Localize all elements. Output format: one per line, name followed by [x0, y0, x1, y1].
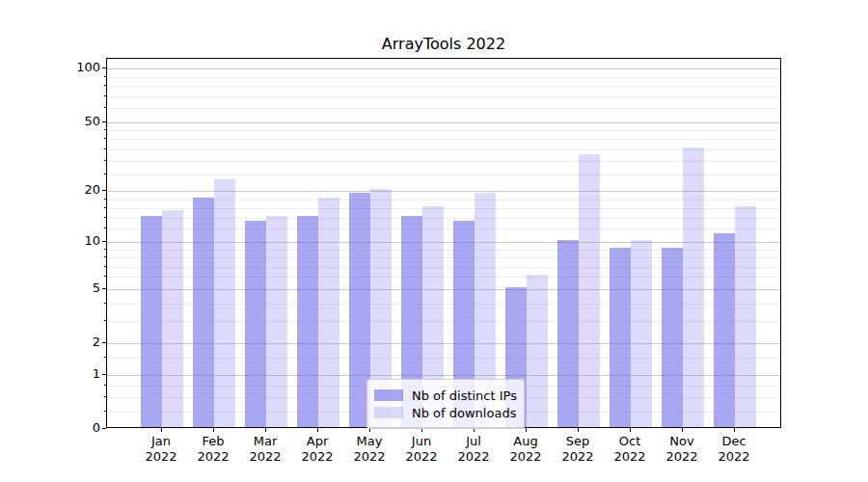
bar-downloads-sep: [579, 154, 600, 427]
x-tick-mark: [578, 428, 579, 432]
y-minor-tick-mark: [104, 76, 106, 77]
x-tick-year: 2022: [239, 449, 291, 465]
x-tick-year: 2022: [187, 449, 239, 465]
x-tick-year: 2022: [552, 449, 604, 465]
bar-ips-feb: [193, 198, 214, 428]
x-tick-label-aug: Aug2022: [500, 434, 552, 465]
y-minor-tick-mark: [104, 95, 106, 96]
x-tick-mark: [213, 428, 214, 432]
x-tick-label-may: May2022: [343, 434, 395, 465]
y-minor-tick-mark: [104, 85, 106, 86]
minor-gridline: [107, 149, 780, 150]
bar-ips-oct: [610, 248, 631, 428]
x-tick-mark: [630, 428, 631, 432]
legend-label: Nb of downloads: [412, 406, 516, 420]
bar-ips-jan: [141, 216, 162, 427]
bar-chart-figure: ArrayTools 2022 Nb of distinct IPsNb of …: [0, 0, 868, 482]
x-tick-mark: [526, 428, 527, 432]
x-tick-mark: [161, 428, 162, 432]
y-tick-mark: [102, 241, 106, 242]
x-tick-year: 2022: [656, 449, 708, 465]
y-tick-label: 0: [0, 420, 100, 436]
x-tick-year: 2022: [343, 449, 395, 465]
y-minor-tick-mark: [104, 303, 106, 304]
major-gridline: [107, 122, 780, 123]
minor-gridline: [107, 130, 780, 131]
x-tick-label-jan: Jan2022: [135, 434, 187, 465]
y-minor-tick-mark: [104, 199, 106, 200]
x-tick-month: Jan: [135, 434, 187, 449]
legend-swatch: [374, 407, 403, 418]
bar-ips-dec: [714, 233, 735, 427]
x-tick-month: Apr: [291, 434, 343, 449]
x-tick-label-feb: Feb2022: [187, 434, 239, 465]
x-tick-label-sep: Sep2022: [552, 434, 604, 465]
bar-downloads-feb: [214, 179, 235, 427]
legend-label: Nb of distinct IPs: [412, 388, 517, 403]
y-tick-mark: [102, 428, 106, 429]
y-tick-label: 10: [0, 233, 100, 249]
x-tick-month: Mar: [239, 434, 291, 449]
major-gridline: [107, 191, 780, 192]
y-tick-label: 5: [0, 281, 100, 296]
minor-gridline: [107, 139, 780, 140]
x-tick-month: Jun: [395, 434, 448, 449]
bar-downloads-jan: [162, 210, 183, 427]
x-tick-month: Feb: [187, 434, 239, 449]
minor-gridline: [107, 174, 780, 175]
bar-downloads-nov: [683, 147, 704, 427]
bar-ips-sep: [557, 240, 579, 427]
bar-downloads-apr: [318, 198, 339, 428]
bar-ips-mar: [245, 221, 266, 427]
legend-item: Nb of distinct IPs: [374, 388, 518, 403]
legend: Nb of distinct IPsNb of downloads: [366, 379, 525, 429]
x-tick-label-mar: Mar2022: [239, 434, 291, 465]
x-tick-label-jul: Jul2022: [448, 434, 500, 465]
minor-gridline: [107, 86, 780, 87]
y-minor-tick-mark: [104, 107, 106, 108]
y-minor-tick-mark: [104, 217, 106, 218]
x-tick-year: 2022: [291, 449, 343, 465]
plot-area: Nb of distinct IPsNb of downloads: [106, 58, 781, 428]
y-tick-label: 100: [0, 60, 100, 75]
x-tick-month: May: [343, 434, 395, 449]
y-minor-tick-mark: [104, 228, 106, 228]
x-tick-year: 2022: [135, 449, 187, 465]
y-minor-tick-mark: [104, 148, 106, 149]
chart-title: ArrayTools 2022: [106, 35, 781, 53]
x-tick-year: 2022: [500, 449, 552, 465]
y-minor-tick-mark: [104, 320, 106, 321]
x-tick-month: Jul: [448, 434, 500, 449]
y-minor-tick-mark: [104, 385, 106, 386]
legend-swatch: [374, 389, 403, 401]
y-tick-mark: [102, 288, 106, 289]
x-tick-year: 2022: [708, 449, 760, 465]
y-minor-tick-mark: [104, 207, 106, 208]
x-tick-year: 2022: [395, 449, 448, 465]
y-tick-mark: [102, 374, 106, 375]
x-tick-mark: [734, 428, 735, 432]
bar-ips-apr: [297, 216, 318, 427]
bar-downloads-dec: [735, 206, 756, 428]
y-minor-tick-mark: [104, 276, 106, 277]
y-tick-label: 50: [0, 114, 100, 129]
minor-gridline: [107, 96, 780, 97]
y-tick-label: 1: [0, 366, 100, 382]
bar-downloads-oct: [631, 240, 652, 427]
x-tick-month: Dec: [708, 434, 760, 449]
major-gridline: [107, 68, 780, 69]
legend-item: Nb of downloads: [374, 405, 518, 420]
bar-downloads-aug: [527, 275, 548, 427]
y-tick-mark: [102, 190, 106, 191]
y-minor-tick-mark: [104, 256, 106, 257]
x-tick-label-oct: Oct2022: [604, 434, 656, 465]
y-tick-label: 20: [0, 182, 100, 198]
bar-ips-nov: [662, 248, 683, 428]
x-tick-month: Oct: [604, 434, 656, 449]
x-tick-year: 2022: [448, 449, 500, 465]
x-tick-mark: [317, 428, 318, 432]
x-tick-month: Nov: [656, 434, 708, 449]
y-tick-mark: [102, 67, 106, 68]
y-tick-label: 2: [0, 335, 100, 350]
x-tick-mark: [265, 428, 266, 432]
